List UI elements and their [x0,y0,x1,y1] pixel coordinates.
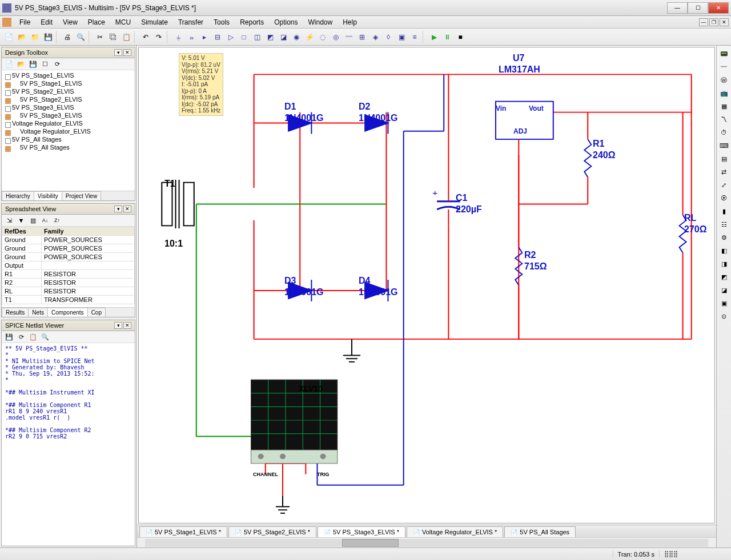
tab-project-view[interactable]: Project View [62,191,101,200]
close-button[interactable]: ✕ [708,2,729,14]
save-button[interactable]: 💾 [42,31,54,43]
inst-spectrum-icon[interactable]: ▮ [718,206,730,217]
menu-help[interactable]: Help [338,17,362,27]
place-ttl-button[interactable]: □ [238,31,250,43]
inst-logic-converter-icon[interactable]: ⇄ [718,166,730,178]
toolbox-open-icon[interactable]: 📂 [16,59,26,69]
spreadsheet-close-button[interactable]: ✕ [123,206,131,212]
stop-button[interactable]: ■ [454,31,467,43]
redo-button[interactable]: ↷ [152,31,165,43]
tree-item[interactable]: 5V PS_All Stages [4,143,132,151]
col-refdes[interactable]: RefDes [2,227,42,236]
tree-item[interactable]: 5V PS_Stage2_ELVIS [4,87,132,95]
toolbox-refresh-icon[interactable]: ⟳ [52,59,62,69]
inst-4ch-scope-icon[interactable]: ▦ [718,100,730,112]
toolbox-save-icon[interactable]: 💾 [28,59,38,69]
inst-iv-icon[interactable]: ⤢ [718,179,730,191]
place-connector-button[interactable]: ◊ [382,31,395,43]
tab-hierarchy[interactable]: Hierarchy [2,191,34,200]
table-row[interactable]: T1TRANSFORMER [2,296,135,304]
menu-mcu[interactable]: MCU [111,17,135,27]
menu-tools[interactable]: Tools [209,17,234,27]
inst-multimeter-icon[interactable]: 📟 [718,48,730,59]
tree-item[interactable]: Voltage Regulator_ELVIS [4,119,132,127]
netlist-find-icon[interactable]: 🔍 [40,332,50,341]
inst-word-gen-icon[interactable]: ⌨ [718,140,730,151]
netlist-close-button[interactable]: ✕ [123,322,131,329]
tree-item[interactable]: 5V PS_Stage3_ELVIS [4,103,132,111]
pause-button[interactable]: ⏸ [441,31,453,43]
menu-file[interactable]: File [15,17,35,27]
place-bus-button[interactable]: ≡ [408,31,421,43]
paste-button[interactable]: 📋 [120,31,132,43]
inst-labview-icon[interactable]: ◪ [718,284,730,296]
place-basic-button[interactable]: ⏛ [185,31,198,43]
place-mcu-button[interactable]: ▣ [395,31,408,43]
inst-ag-scope-icon[interactable]: ◨ [718,258,730,269]
minimize-button[interactable]: — [667,2,688,14]
menu-edit[interactable]: Edit [36,17,57,27]
open-button[interactable]: 📂 [15,31,28,43]
table-row[interactable]: GroundPOWER_SOURCES [2,236,135,244]
inst-elvis-icon[interactable]: ▣ [718,297,730,309]
tab-results[interactable]: Results [2,308,29,317]
tree-item[interactable]: 5V PS_Stage1_ELVIS [4,79,132,87]
tab-visibility[interactable]: Visibility [34,191,62,200]
tab-cop[interactable]: Cop [87,308,106,317]
print-button[interactable]: 🖨 [61,31,74,43]
place-cmos-button[interactable]: ◫ [251,31,263,43]
copy-button[interactable]: ⿻ [107,31,119,43]
place-misc-button[interactable]: ◌ [316,31,329,43]
table-row[interactable]: GroundPOWER_SOURCES [2,253,135,261]
menu-reports[interactable]: Reports [235,17,268,27]
sheet-cols-icon[interactable]: ▥ [28,216,38,225]
netlist-save-icon[interactable]: 💾 [4,332,14,341]
place-advanced-button[interactable]: ◎ [330,31,342,43]
inst-distortion-icon[interactable]: ⦿ [718,192,730,204]
document-tab[interactable]: 📄5V PS_Stage3_ELVIS * [318,526,405,537]
menu-options[interactable]: Options [270,17,302,27]
netlist-dropdown-button[interactable]: ▾ [114,322,122,329]
panel-close-button[interactable]: ✕ [123,49,131,56]
table-row[interactable]: R2RESISTOR [2,279,135,287]
document-tab[interactable]: 📄Voltage Regulator_ELVIS * [407,526,503,537]
document-tab[interactable]: 📄5V PS_All Stages [504,526,576,537]
maximize-button[interactable]: ☐ [688,2,708,14]
inst-freq-counter-icon[interactable]: ⏱ [718,127,730,138]
spreadsheet-table[interactable]: RefDes Family GroundPOWER_SOURCESGroundP… [2,227,135,304]
tree-item[interactable]: 5V PS_Stage2_ELVIS [4,95,132,103]
toolbox-props-icon[interactable]: ☐ [40,59,50,69]
tab-nets[interactable]: Nets [28,308,48,317]
place-diode-button[interactable]: ▸ [198,31,211,43]
sheet-sort-asc-icon[interactable]: A↓ [40,216,50,225]
place-indicator-button[interactable]: ◉ [290,31,303,43]
table-row[interactable]: R1RESISTOR [2,270,135,279]
inst-wattmeter-icon[interactable]: Ⓦ [718,74,730,86]
inst-ag-funcgen-icon[interactable]: ⚙ [718,232,730,243]
menu-transfer[interactable]: Transfer [174,17,208,27]
panel-dropdown-button[interactable]: ▾ [114,49,122,56]
col-family[interactable]: Family [41,227,134,236]
undo-button[interactable]: ↶ [139,31,152,43]
run-button[interactable]: ▶ [428,31,440,43]
inst-funcgen-icon[interactable]: 〰 [718,61,730,72]
inst-current-probe-icon[interactable]: ⊙ [718,311,730,322]
hscrollbar[interactable] [145,539,708,547]
inst-tek-scope-icon[interactable]: ◩ [718,271,730,283]
new-button[interactable]: 📄 [2,31,15,43]
toolbox-new-icon[interactable]: 📄 [4,59,14,69]
document-tab[interactable]: 📄5V PS_Stage2_ELVIS * [228,526,316,537]
mdi-close-button[interactable]: ✕ [720,18,729,26]
tree-item[interactable]: 5V PS_Stage3_ELVIS [4,111,132,119]
place-source-button[interactable]: ⏚ [172,31,184,43]
place-analog-button[interactable]: ▷ [224,31,237,43]
netlist-refresh-icon[interactable]: ⟳ [16,332,26,341]
print-preview-button[interactable]: 🔍 [74,31,87,43]
place-ni-button[interactable]: ◈ [369,31,381,43]
sheet-export-icon[interactable]: ⇲ [4,216,14,225]
sheet-sort-desc-icon[interactable]: Z↑ [52,216,62,225]
document-tab[interactable]: 📄5V PS_Stage1_ELVIS * [139,526,227,537]
place-transistor-button[interactable]: ⊟ [211,31,224,43]
place-misc-digital-button[interactable]: ◩ [264,31,276,43]
inst-bode-icon[interactable]: 〽 [718,114,730,125]
